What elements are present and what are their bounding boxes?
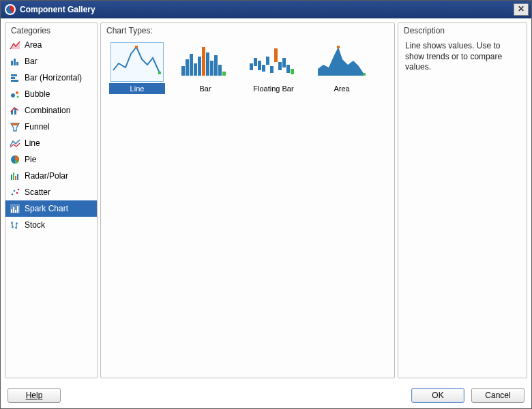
category-label: Scatter (25, 187, 50, 197)
category-item-bubble[interactable]: Bubble (5, 86, 97, 102)
svg-rect-2 (14, 59, 16, 65)
svg-rect-53 (274, 48, 278, 62)
window-title: Component Gallery (20, 5, 95, 14)
category-label: Area (25, 40, 42, 50)
category-item-pie[interactable]: Pie (5, 151, 97, 168)
app-icon (5, 4, 16, 15)
svg-rect-26 (15, 210, 16, 213)
svg-rect-42 (206, 52, 209, 76)
svg-rect-43 (210, 61, 213, 76)
svg-rect-36 (181, 66, 185, 76)
svg-point-8 (16, 91, 18, 94)
categories-panel: Categories Area Bar (5, 22, 98, 378)
ok-button[interactable]: OK (411, 388, 464, 403)
svg-rect-40 (198, 57, 201, 76)
svg-rect-18 (17, 174, 18, 180)
svg-rect-47 (250, 63, 253, 70)
category-label: Line (25, 138, 40, 148)
chart-type-label: Line (109, 83, 165, 94)
title-bar-title: Component Gallery (5, 4, 514, 15)
category-item-funnel[interactable]: Funnel (5, 119, 97, 135)
category-label: Combination (25, 106, 70, 115)
categories-list: Area Bar Bar (Horizontal) (5, 37, 97, 378)
svg-rect-46 (222, 72, 226, 76)
chart-types-panel: Chart Types: Line (100, 22, 395, 378)
svg-rect-44 (214, 55, 218, 76)
svg-rect-38 (190, 54, 193, 76)
category-item-scatter[interactable]: Scatter (5, 184, 97, 200)
svg-rect-34 (135, 46, 138, 48)
svg-rect-52 (270, 66, 274, 73)
svg-rect-57 (291, 69, 294, 74)
svg-point-7 (11, 93, 15, 97)
chart-type-floating-bar[interactable]: Floating Bar (246, 42, 301, 94)
svg-rect-17 (15, 176, 16, 180)
category-label: Bar (Horizontal) (25, 73, 82, 82)
chart-type-label: Floating Bar (246, 83, 301, 94)
title-bar: Component Gallery ✕ (1, 1, 531, 18)
category-item-bar-horizontal[interactable]: Bar (Horizontal) (5, 70, 97, 86)
svg-marker-58 (318, 47, 364, 76)
category-item-combination[interactable]: Combination (5, 102, 97, 119)
chart-type-bar[interactable]: Bar (177, 42, 233, 94)
category-item-radar[interactable]: Radar/Polar (5, 168, 97, 184)
svg-rect-5 (11, 77, 15, 79)
svg-point-19 (12, 194, 14, 196)
svg-rect-49 (258, 61, 261, 70)
description-text: Line shows values. Use to show trends or… (398, 37, 527, 77)
category-label: Spark Chart (25, 204, 68, 213)
spark-bar-thumbnail-icon (179, 42, 232, 82)
category-item-spark-chart[interactable]: Spark Chart (5, 200, 97, 217)
svg-rect-15 (11, 175, 12, 180)
svg-rect-45 (218, 65, 222, 76)
svg-rect-16 (13, 172, 14, 180)
svg-rect-55 (282, 58, 286, 67)
spark-area-thumbnail-icon (315, 42, 368, 82)
chart-type-area[interactable]: Area (314, 42, 370, 94)
svg-marker-13 (11, 123, 19, 125)
funnel-chart-icon (10, 121, 20, 132)
category-label: Stock (25, 220, 45, 230)
close-button[interactable]: ✕ (514, 3, 529, 16)
spark-chart-icon (10, 203, 20, 214)
category-label: Radar/Polar (25, 171, 68, 181)
category-label: Bubble (25, 89, 50, 99)
category-item-bar[interactable]: Bar (5, 53, 97, 70)
svg-rect-27 (17, 206, 18, 213)
line-chart-icon (10, 138, 20, 149)
svg-rect-51 (266, 57, 269, 65)
svg-rect-56 (286, 65, 290, 73)
svg-rect-4 (11, 74, 17, 76)
pie-chart-icon (10, 154, 20, 165)
spark-floating-bar-thumbnail-icon (247, 42, 300, 82)
close-icon: ✕ (518, 4, 524, 14)
chart-types-header: Chart Types: (101, 23, 394, 37)
svg-rect-6 (11, 80, 18, 82)
help-button[interactable]: Help (8, 388, 61, 403)
svg-point-20 (14, 190, 16, 192)
svg-rect-24 (11, 209, 12, 213)
category-item-stock[interactable]: Stock (5, 217, 97, 233)
bar-chart-icon (10, 56, 20, 67)
svg-point-22 (18, 189, 20, 191)
svg-rect-41 (202, 47, 205, 76)
dialog-footer: Help OK Cancel (1, 382, 531, 408)
area-chart-icon (10, 40, 20, 50)
svg-point-9 (17, 96, 19, 98)
bar-horizontal-chart-icon (10, 72, 20, 83)
svg-rect-50 (262, 65, 265, 72)
svg-rect-48 (254, 58, 257, 66)
svg-point-21 (16, 192, 18, 194)
svg-rect-35 (158, 72, 161, 74)
svg-rect-37 (186, 59, 189, 76)
svg-rect-54 (278, 62, 282, 70)
spark-line-thumbnail-icon (110, 42, 164, 82)
cancel-button[interactable]: Cancel (471, 388, 524, 403)
svg-rect-25 (13, 207, 14, 213)
bubble-chart-icon (10, 89, 20, 100)
description-header: Description (398, 23, 527, 37)
chart-type-line[interactable]: Line (109, 42, 165, 94)
category-item-area[interactable]: Area (5, 37, 97, 53)
category-item-line[interactable]: Line (5, 135, 97, 151)
category-label: Bar (25, 57, 38, 66)
